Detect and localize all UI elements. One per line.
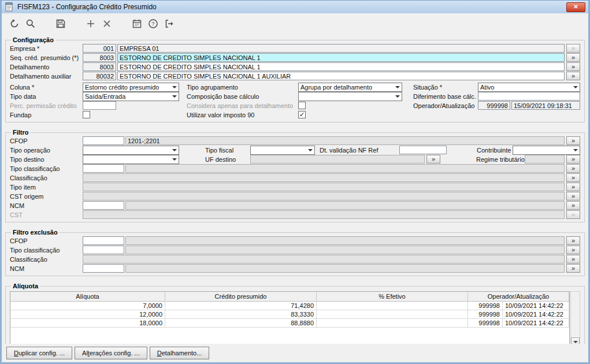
filtro-group: Filtro CFOP 1201-;2201 » Tipo operação T…: [5, 129, 585, 222]
cst-origem-lookup-button[interactable]: »: [566, 192, 580, 200]
table-row[interactable]: 18,0000 88,8880 999998 10/09/2021 14:42:…: [10, 319, 569, 328]
filtro-ncm-lookup-button[interactable]: »: [566, 201, 580, 210]
utilizar-imposto-checkbox[interactable]: ✓: [298, 111, 306, 118]
add-button[interactable]: [83, 16, 99, 32]
chevron-down-icon: [571, 146, 580, 154]
table-empty-area: [10, 328, 569, 344]
table-row[interactable]: 7,0000 71,4280 999998 10/09/2021 14:42:2…: [10, 302, 569, 310]
filtro-ncm-code-field[interactable]: [83, 201, 124, 210]
header-credito-presumido[interactable]: Crédito presumido: [165, 292, 317, 301]
exclusao-tipo-classificacao-code-field[interactable]: [83, 246, 124, 254]
tipo-data-row: Tipo data Saída/Entrada Composição base …: [10, 92, 580, 101]
cell-efetivo: [317, 310, 468, 318]
tipo-destino-select[interactable]: [83, 155, 179, 164]
close-button[interactable]: ✕: [566, 2, 585, 12]
contribuinte-label: Contribuinte: [477, 147, 513, 154]
aliquota-group: Alíquota Alíquota Crédito presumido % Ef…: [5, 283, 585, 344]
scroll-down-button[interactable]: [571, 337, 580, 344]
tipo-item-field: [83, 183, 565, 191]
filtro-tipo-classificacao-lookup-button[interactable]: »: [566, 164, 580, 173]
tipo-destino-row: Tipo destino UF destino » Regime tributá…: [10, 155, 580, 164]
filtro-tipo-classificacao-desc-field: [125, 164, 565, 173]
cell-operador-atualizacao: 999998 10/09/2021 14:42:22: [468, 302, 569, 310]
regime-tributario-label: Regime tributário: [476, 156, 525, 163]
undo-button[interactable]: [6, 16, 23, 32]
tipo-data-select[interactable]: Saída/Entrada: [83, 92, 179, 101]
filtro-cfop-lookup-button[interactable]: »: [566, 136, 580, 145]
window-title: FISFM123 - Configuração Crédito Presumid…: [17, 3, 566, 11]
exclusao-cfop-lookup-button[interactable]: »: [566, 236, 580, 245]
exclusao-tipo-classificacao-desc-field: [125, 246, 565, 254]
aliquota-legend: Alíquota: [11, 283, 40, 289]
table-scrollbar[interactable]: [570, 291, 580, 344]
exclusao-ncm-lookup-button[interactable]: »: [566, 264, 580, 273]
calendar-button[interactable]: [129, 16, 145, 32]
tipo-item-lookup-button[interactable]: »: [566, 183, 580, 191]
filtro-cfop-desc-field: 1201-;2201: [125, 136, 565, 145]
coluna-value: Estorno crédito presumido: [83, 84, 170, 91]
empresa-code-field[interactable]: 001: [83, 44, 116, 53]
exclusao-classificacao-lookup-button[interactable]: »: [566, 255, 580, 263]
exclusao-ncm-row: NCM »: [10, 264, 580, 273]
perc-permissao-field[interactable]: [83, 101, 116, 110]
tipo-operacao-select[interactable]: [83, 146, 179, 155]
exclusao-classificacao-row: Classificação »: [10, 255, 580, 263]
filtro-cfop-row: CFOP 1201-;2201 »: [10, 136, 580, 145]
exclusao-cfop-row: CFOP »: [10, 236, 580, 245]
filtro-tipo-classificacao-code-field[interactable]: [83, 164, 124, 173]
regime-tributario-lookup-button[interactable]: »: [566, 155, 580, 164]
dt-validacao-field[interactable]: [399, 146, 447, 154]
situacao-value: Ativo: [478, 84, 571, 91]
filtro-cfop-code-field[interactable]: [83, 136, 124, 145]
alteracoes-config-button[interactable]: Alterações config. ...: [75, 347, 147, 359]
fundap-checkbox[interactable]: [83, 111, 90, 118]
exit-button[interactable]: [161, 16, 177, 32]
coluna-select[interactable]: Estorno crédito presumido: [83, 83, 179, 92]
empresa-desc-field: EMPRESA 01: [117, 44, 565, 53]
composicao-base-select[interactable]: [298, 92, 402, 101]
duplicar-config-button[interactable]: Duplicar config. ...: [6, 347, 72, 359]
tipo-item-label: Tipo item: [10, 184, 83, 191]
uf-destino-lookup-button[interactable]: »: [426, 155, 440, 164]
search-button[interactable]: [23, 16, 39, 32]
considera-detalhamento-label: Considera apenas para detalhamento: [187, 102, 298, 109]
tipo-data-value: Saída/Entrada: [83, 93, 170, 100]
save-button[interactable]: [53, 16, 69, 32]
detalhamento-aux-lookup-button[interactable]: »: [566, 72, 580, 80]
exclusao-tipo-classificacao-label: Tipo classificação: [10, 247, 83, 254]
detalhamento-lookup-button[interactable]: »: [566, 62, 580, 71]
diferimento-base-label: Diferimento base cálc.: [413, 93, 478, 100]
header-efetivo[interactable]: % Efetivo: [317, 292, 468, 301]
tipo-fiscal-select[interactable]: [250, 146, 315, 155]
tipo-agrupamento-select[interactable]: Agrupa por detalhamento: [298, 83, 402, 92]
cell-atualizacao: 10/09/2021 14:42:22: [503, 320, 563, 326]
chevron-down-icon: [306, 146, 314, 154]
exclusao-cfop-code-field[interactable]: [83, 236, 124, 245]
detalhamento-code-field[interactable]: 8003: [83, 62, 116, 71]
cell-operador: 999998: [468, 310, 503, 318]
exclusao-tipo-classificacao-lookup-button[interactable]: »: [566, 246, 580, 254]
delete-icon: [102, 18, 112, 29]
seq-cred-lookup-button[interactable]: »: [566, 53, 580, 62]
contribuinte-select[interactable]: [513, 146, 580, 155]
exclusao-ncm-code-field[interactable]: [83, 264, 124, 273]
cst-origem-label: CST origem: [10, 193, 83, 200]
detalhamento-button[interactable]: Detalhamento...: [150, 347, 210, 359]
tipo-fiscal-label: Tipo fiscal: [205, 147, 250, 154]
atualizacao-field: 15/09/2021 09:18:31: [511, 101, 580, 110]
diferimento-base-field[interactable]: [478, 92, 580, 101]
chevron-down-icon: [170, 83, 179, 91]
help-button[interactable]: ?: [145, 16, 161, 32]
considera-detalhamento-checkbox[interactable]: [298, 102, 306, 109]
situacao-select[interactable]: Ativo: [478, 83, 580, 92]
seq-cred-code-field[interactable]: 8003: [83, 53, 116, 62]
chevron-down-icon: [393, 83, 402, 91]
cell-operador: 999998: [468, 302, 503, 310]
delete-button[interactable]: [99, 16, 115, 32]
filtro-classificacao-lookup-button[interactable]: »: [566, 173, 580, 182]
table-row[interactable]: 12,0000 83,3330 999998 10/09/2021 14:42:…: [10, 310, 569, 319]
header-operador-atualizacao[interactable]: Operador/Atualização: [468, 292, 569, 301]
seq-cred-desc-field[interactable]: ESTORNO DE CREDITO SIMPLES NACIONAL 1: [117, 53, 565, 62]
detalhamento-aux-code-field[interactable]: 80032: [83, 72, 116, 80]
header-aliquota[interactable]: Alíquota: [10, 292, 165, 301]
